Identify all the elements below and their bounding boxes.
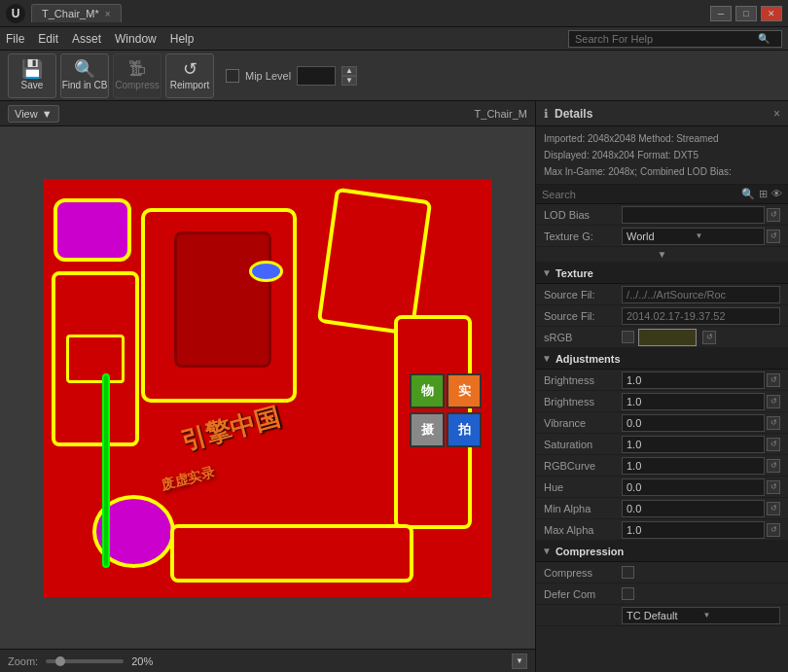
- saturation-reset[interactable]: ↺: [767, 438, 780, 451]
- mip-level-stepper: ▲ ▼: [341, 66, 357, 86]
- rgbcurve-reset[interactable]: ↺: [767, 459, 780, 473]
- zoom-dropdown[interactable]: ▼: [512, 654, 527, 669]
- min-alpha-reset[interactable]: ↺: [767, 502, 780, 515]
- viewport-canvas[interactable]: 引擎中国 废虚实录 实 物 拍 摄: [0, 126, 535, 649]
- tab-close-btn[interactable]: ×: [105, 9, 111, 19]
- details-panel: ℹ Details × Imported: 2048x2048 Method: …: [535, 101, 788, 672]
- menu-window[interactable]: Window: [115, 32, 157, 46]
- adjustments-section-header[interactable]: ▼ Adjustments: [536, 348, 788, 370]
- global-search-bar[interactable]: 🔍: [568, 30, 782, 48]
- zoom-thumb: [55, 656, 65, 666]
- hue-input[interactable]: [622, 478, 765, 496]
- info-imported: Imported: 2048x2048 Method: Streamed: [544, 130, 780, 147]
- details-search-icon[interactable]: 🔍: [741, 188, 755, 200]
- texture-section-header[interactable]: ▼ Texture: [536, 263, 788, 284]
- srgb-row: sRGB ↺: [536, 327, 788, 348]
- menu-file[interactable]: File: [6, 32, 24, 46]
- srgb-input[interactable]: [638, 329, 697, 346]
- overlay-box-4: 摄: [410, 412, 445, 447]
- vibrance-input[interactable]: [622, 414, 765, 432]
- vibrance-reset[interactable]: ↺: [767, 416, 780, 430]
- brightness-1-label: Brightness: [544, 374, 622, 386]
- menu-asset[interactable]: Asset: [72, 32, 101, 46]
- texture-group-dropdown[interactable]: World ▼: [622, 228, 765, 245]
- zoom-slider[interactable]: [46, 659, 124, 663]
- mip-level-label: Mip Level: [245, 70, 291, 82]
- details-grid-icon[interactable]: ⊞: [759, 188, 768, 200]
- reimport-button[interactable]: ↺ Reimport: [165, 53, 214, 98]
- saturation-label: Saturation: [544, 439, 622, 450]
- source-file-1-input[interactable]: [622, 286, 780, 303]
- tc-default-value: TC Default: [627, 610, 699, 621]
- min-alpha-row: Min Alpha ↺: [536, 498, 788, 519]
- source-file-2-input[interactable]: [622, 307, 780, 325]
- window-controls: ─ □ ✕: [710, 6, 782, 21]
- minimize-btn[interactable]: ─: [710, 6, 732, 21]
- brightness-1-row: Brightness ↺: [536, 370, 788, 391]
- max-alpha-reset[interactable]: ↺: [767, 523, 780, 537]
- tc-default-dropdown[interactable]: TC Default ▼: [622, 607, 780, 624]
- defer-compress-checkbox[interactable]: [622, 587, 634, 600]
- details-search-input[interactable]: [542, 189, 737, 200]
- compression-section-arrow: ▼: [542, 546, 552, 556]
- reimport-icon: ↺: [183, 60, 197, 78]
- compression-section-header[interactable]: ▼ Compression: [536, 541, 788, 562]
- min-alpha-input[interactable]: [622, 500, 765, 517]
- find-label: Find in CB: [62, 80, 108, 90]
- expand-row[interactable]: ▼: [536, 247, 788, 263]
- brightness-2-reset[interactable]: ↺: [767, 395, 780, 408]
- search-input[interactable]: [569, 33, 754, 45]
- ue-logo: U: [6, 4, 25, 23]
- shape-topleft: [54, 198, 131, 262]
- close-btn[interactable]: ✕: [761, 6, 782, 21]
- texture-group-reset[interactable]: ↺: [767, 230, 780, 243]
- details-title: Details: [555, 107, 592, 121]
- lod-bias-input[interactable]: [622, 206, 765, 224]
- save-button[interactable]: 💾 Save: [8, 53, 56, 98]
- menu-help[interactable]: Help: [170, 32, 195, 46]
- details-scrollable[interactable]: Imported: 2048x2048 Method: Streamed Dis…: [536, 126, 788, 672]
- brightness-2-label: Brightness: [544, 396, 622, 407]
- mip-increment-btn[interactable]: ▲: [341, 66, 357, 76]
- overlay-box-3: 拍: [447, 412, 482, 447]
- reimport-label: Reimport: [170, 80, 210, 90]
- adjustments-section-arrow: ▼: [542, 353, 552, 364]
- shape-blue-oval-center: [249, 261, 283, 282]
- viewport-title: T_Chair_M: [475, 108, 527, 120]
- srgb-reset[interactable]: ↺: [702, 331, 716, 344]
- saturation-input[interactable]: [622, 436, 765, 453]
- view-dropdown[interactable]: View ▼: [8, 105, 59, 123]
- max-alpha-input[interactable]: [622, 521, 765, 539]
- srgb-checkbox[interactable]: [622, 331, 634, 343]
- expand-arrow: ▼: [658, 249, 667, 260]
- asset-tab[interactable]: T_Chair_M* ×: [31, 4, 122, 22]
- mip-decrement-btn[interactable]: ▼: [341, 76, 357, 86]
- menu-edit[interactable]: Edit: [38, 32, 58, 46]
- hue-reset[interactable]: ↺: [767, 480, 780, 494]
- maximize-btn[interactable]: □: [735, 6, 757, 21]
- texture-section-arrow: ▼: [542, 267, 552, 278]
- zoom-bar: Zoom: 20% ▼: [0, 649, 535, 672]
- mip-level-input[interactable]: 0: [297, 66, 336, 86]
- details-search: 🔍 ⊞ 👁: [536, 185, 788, 204]
- viewport-panel: View ▼ T_Chair_M: [0, 101, 535, 672]
- find-in-cb-button[interactable]: 🔍 Find in CB: [60, 53, 109, 98]
- source-file-2-value: [622, 307, 780, 325]
- details-eye-icon[interactable]: 👁: [771, 188, 782, 200]
- mip-level-section: Mip Level 0 ▲ ▼: [226, 66, 357, 86]
- lod-bias-label: LOD Bias: [544, 209, 622, 221]
- brightness-2-input[interactable]: [622, 393, 765, 410]
- save-label: Save: [21, 80, 44, 90]
- zoom-value: 20%: [131, 655, 153, 667]
- mip-level-checkbox[interactable]: [226, 69, 239, 83]
- lod-bias-reset[interactable]: ↺: [767, 208, 780, 222]
- compress-label: Compress: [115, 80, 160, 90]
- info-section: Imported: 2048x2048 Method: Streamed Dis…: [536, 126, 788, 185]
- compress-button[interactable]: 🗜 Compress: [113, 53, 161, 98]
- rgbcurve-input[interactable]: [622, 457, 765, 475]
- brightness-1-input[interactable]: [622, 371, 765, 389]
- defer-compress-row: Defer Com: [536, 584, 788, 605]
- details-close-btn[interactable]: ×: [773, 107, 780, 121]
- compress-checkbox[interactable]: [622, 566, 634, 579]
- brightness-1-reset[interactable]: ↺: [767, 373, 780, 387]
